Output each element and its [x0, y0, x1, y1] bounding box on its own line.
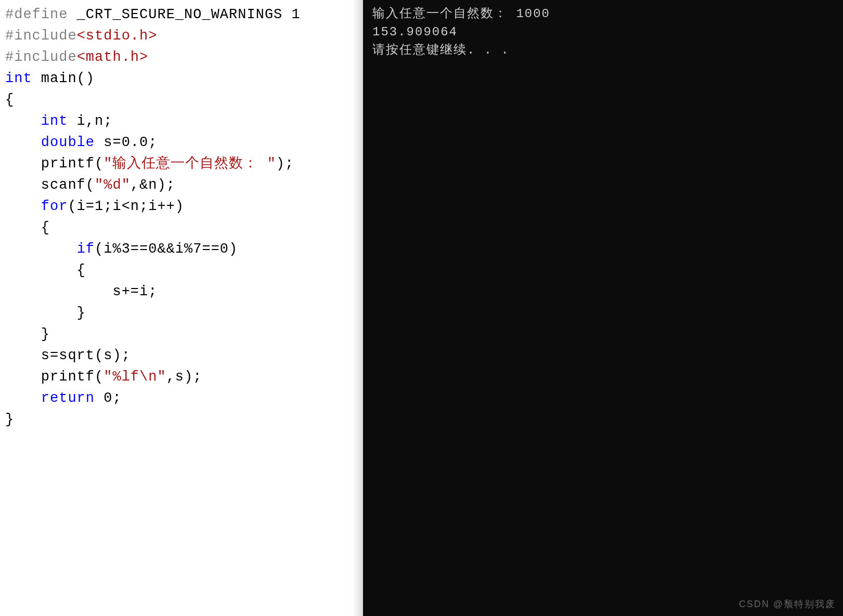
keyword-token: int: [5, 71, 32, 86]
keyword-token: if: [77, 241, 95, 257]
code-line: printf("输入任意一个自然数： ");: [5, 153, 358, 175]
code-token: (i%3==0&&i%7==0): [95, 241, 238, 257]
code-line: s+=i;: [5, 281, 358, 303]
console-line: 输入任意一个自然数： 1000: [372, 5, 834, 23]
code-line: }: [5, 303, 358, 324]
code-line: scanf("%d",&n);: [5, 175, 358, 196]
code-line: int i,n;: [5, 111, 358, 132]
watermark-text: CSDN @颓特别我废: [739, 597, 836, 611]
console-line: 153.909064: [372, 23, 834, 42]
code-token: printf(: [5, 369, 103, 385]
code-line: int main(): [5, 68, 358, 89]
code-token: ,&n);: [131, 177, 175, 193]
code-token: [5, 113, 41, 129]
string-token: "%d": [95, 177, 131, 193]
preproc-token: #include: [5, 49, 77, 65]
code-line: if(i%3==0&&i%7==0): [5, 239, 358, 260]
keyword-token: return: [41, 390, 95, 406]
code-line: {: [5, 217, 358, 239]
code-token: [5, 199, 41, 214]
code-line: {: [5, 260, 358, 281]
code-token: 0;: [95, 390, 122, 406]
code-line: #include<stdio.h>: [5, 25, 358, 47]
code-token: i,n;: [68, 113, 112, 129]
keyword-token: double: [41, 135, 95, 150]
code-token: [5, 135, 41, 150]
code-line: s=sqrt(s);: [5, 345, 358, 366]
include-token: <math.h>: [77, 49, 149, 65]
string-token: "%lf\n": [103, 369, 166, 385]
code-token: ,s);: [166, 369, 202, 385]
keyword-token: for: [41, 199, 68, 214]
code-line: #define _CRT_SECURE_NO_WARNINGS 1: [5, 4, 358, 25]
preproc-token: #define: [5, 7, 68, 22]
console-output-panel[interactable]: 输入任意一个自然数： 1000 153.909064 请按任意键继续. . . …: [363, 0, 843, 616]
code-line: printf("%lf\n",s);: [5, 366, 358, 388]
code-token: printf(: [5, 156, 103, 172]
code-token: main(): [32, 71, 95, 86]
code-token: _CRT_SECURE_NO_WARNINGS 1: [68, 7, 300, 22]
code-token: );: [276, 156, 294, 172]
code-line: }: [5, 324, 358, 345]
code-token: [5, 241, 77, 257]
code-line: #include<math.h>: [5, 47, 358, 68]
code-token: (i=1;i<n;i++): [68, 199, 184, 214]
include-token: <stdio.h>: [77, 28, 158, 44]
code-editor-panel[interactable]: #define _CRT_SECURE_NO_WARNINGS 1 #inclu…: [0, 0, 363, 616]
console-line: 请按任意键继续. . .: [372, 42, 834, 60]
code-token: scanf(: [5, 177, 95, 193]
code-token: [5, 390, 41, 406]
code-line: return 0;: [5, 388, 358, 409]
code-line: }: [5, 409, 358, 430]
keyword-token: int: [41, 113, 68, 129]
string-token: "输入任意一个自然数： ": [103, 156, 276, 172]
code-line: double s=0.0;: [5, 132, 358, 153]
preproc-token: #include: [5, 28, 77, 44]
code-line: for(i=1;i<n;i++): [5, 196, 358, 217]
code-line: {: [5, 89, 358, 111]
code-token: s=0.0;: [95, 135, 157, 150]
